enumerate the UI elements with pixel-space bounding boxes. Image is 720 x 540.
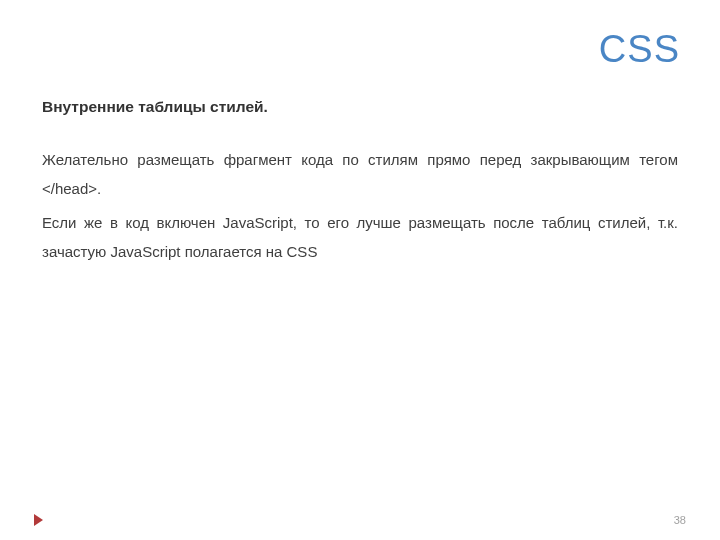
slide-content: Внутренние таблицы стилей. Желательно ра… [42, 98, 678, 272]
slide-title: CSS [599, 28, 680, 71]
page-number: 38 [674, 514, 686, 526]
paragraph: Желательно размещать фрагмент кода по ст… [42, 146, 678, 203]
play-arrow-icon [34, 514, 43, 526]
paragraph: Если же в код включен JavaScript, то его… [42, 209, 678, 266]
content-subheading: Внутренние таблицы стилей. [42, 98, 678, 116]
content-body: Желательно размещать фрагмент кода по ст… [42, 146, 678, 266]
